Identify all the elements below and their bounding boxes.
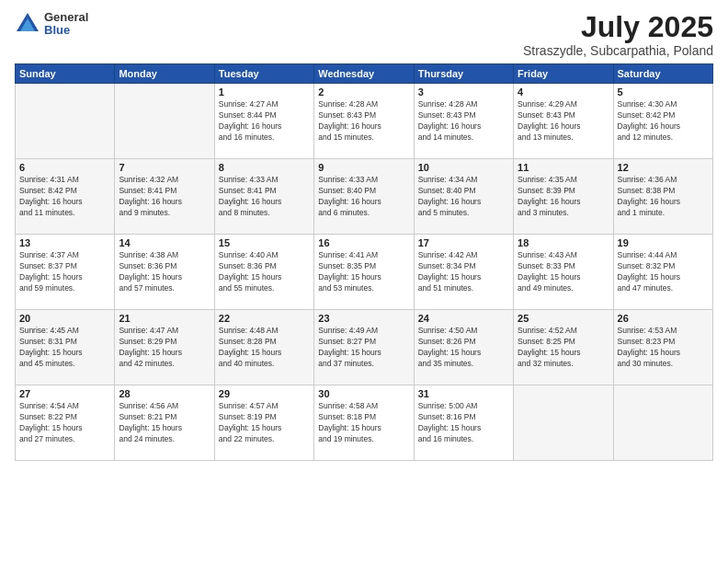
logo-text: General Blue: [44, 11, 88, 38]
day-number: 10: [418, 162, 509, 173]
day-number: 22: [219, 313, 310, 324]
day-info: Sunrise: 4:27 AM Sunset: 8:44 PM Dayligh…: [219, 99, 310, 144]
table-row: 15Sunrise: 4:40 AM Sunset: 8:36 PM Dayli…: [214, 235, 313, 310]
table-row: 18Sunrise: 4:43 AM Sunset: 8:33 PM Dayli…: [514, 235, 613, 310]
day-info: Sunrise: 4:36 AM Sunset: 8:38 PM Dayligh…: [618, 175, 709, 219]
table-row: [16, 84, 115, 159]
day-info: Sunrise: 4:35 AM Sunset: 8:39 PM Dayligh…: [518, 175, 609, 219]
calendar-week-row: 13Sunrise: 4:37 AM Sunset: 8:37 PM Dayli…: [16, 235, 713, 310]
day-info: Sunrise: 4:52 AM Sunset: 8:25 PM Dayligh…: [518, 326, 609, 370]
table-row: 23Sunrise: 4:49 AM Sunset: 8:27 PM Dayli…: [314, 310, 414, 385]
day-info: Sunrise: 4:28 AM Sunset: 8:43 PM Dayligh…: [418, 99, 509, 144]
day-info: Sunrise: 4:57 AM Sunset: 8:19 PM Dayligh…: [219, 401, 310, 445]
table-row: 24Sunrise: 4:50 AM Sunset: 8:26 PM Dayli…: [414, 310, 513, 385]
day-info: Sunrise: 4:49 AM Sunset: 8:27 PM Dayligh…: [318, 326, 409, 370]
day-number: 4: [518, 86, 609, 98]
table-row: 30Sunrise: 4:58 AM Sunset: 8:18 PM Dayli…: [314, 385, 414, 461]
calendar-week-row: 20Sunrise: 4:45 AM Sunset: 8:31 PM Dayli…: [16, 310, 713, 385]
table-row: 11Sunrise: 4:35 AM Sunset: 8:39 PM Dayli…: [514, 159, 613, 235]
header-sunday: Sunday: [16, 64, 115, 84]
table-row: 16Sunrise: 4:41 AM Sunset: 8:35 PM Dayli…: [314, 235, 414, 310]
day-number: 1: [219, 86, 310, 98]
day-info: Sunrise: 4:31 AM Sunset: 8:42 PM Dayligh…: [19, 175, 110, 219]
day-info: Sunrise: 4:48 AM Sunset: 8:28 PM Dayligh…: [219, 326, 310, 370]
day-info: Sunrise: 4:43 AM Sunset: 8:33 PM Dayligh…: [518, 250, 609, 294]
day-info: Sunrise: 4:33 AM Sunset: 8:40 PM Dayligh…: [318, 175, 409, 219]
day-number: 30: [318, 388, 409, 399]
header-thursday: Thursday: [414, 64, 513, 84]
header: General Blue July 2025 Straszydle, Subca…: [15, 11, 713, 58]
header-wednesday: Wednesday: [314, 64, 414, 84]
table-row: 28Sunrise: 4:56 AM Sunset: 8:21 PM Dayli…: [115, 385, 214, 461]
day-number: 3: [418, 86, 509, 98]
logo: General Blue: [15, 11, 88, 38]
day-number: 28: [119, 388, 210, 399]
table-row: 3Sunrise: 4:28 AM Sunset: 8:43 PM Daylig…: [414, 84, 513, 159]
day-number: 16: [318, 237, 409, 248]
day-number: 17: [418, 237, 509, 248]
table-row: 26Sunrise: 4:53 AM Sunset: 8:23 PM Dayli…: [613, 310, 712, 385]
day-number: 9: [318, 162, 409, 173]
header-saturday: Saturday: [613, 64, 712, 84]
day-number: 23: [318, 313, 409, 324]
day-number: 13: [19, 237, 110, 248]
table-row: 19Sunrise: 4:44 AM Sunset: 8:32 PM Dayli…: [613, 235, 712, 310]
table-row: 25Sunrise: 4:52 AM Sunset: 8:25 PM Dayli…: [514, 310, 613, 385]
table-row: [613, 385, 712, 461]
header-tuesday: Tuesday: [214, 64, 313, 84]
table-row: 4Sunrise: 4:29 AM Sunset: 8:43 PM Daylig…: [514, 84, 613, 159]
day-info: Sunrise: 4:30 AM Sunset: 8:42 PM Dayligh…: [618, 99, 709, 144]
table-row: 9Sunrise: 4:33 AM Sunset: 8:40 PM Daylig…: [314, 159, 414, 235]
table-row: 14Sunrise: 4:38 AM Sunset: 8:36 PM Dayli…: [115, 235, 214, 310]
day-info: Sunrise: 4:47 AM Sunset: 8:29 PM Dayligh…: [119, 326, 210, 370]
day-number: 15: [219, 237, 310, 248]
day-number: 29: [219, 388, 310, 399]
table-row: 2Sunrise: 4:28 AM Sunset: 8:43 PM Daylig…: [314, 84, 414, 159]
location-subtitle: Straszydle, Subcarpathia, Poland: [523, 43, 713, 58]
table-row: 6Sunrise: 4:31 AM Sunset: 8:42 PM Daylig…: [16, 159, 115, 235]
day-info: Sunrise: 4:44 AM Sunset: 8:32 PM Dayligh…: [618, 250, 709, 294]
page: General Blue July 2025 Straszydle, Subca…: [0, 0, 728, 563]
day-info: Sunrise: 5:00 AM Sunset: 8:16 PM Dayligh…: [418, 401, 509, 445]
table-row: 31Sunrise: 5:00 AM Sunset: 8:16 PM Dayli…: [414, 385, 513, 461]
day-number: 24: [418, 313, 509, 324]
table-row: 13Sunrise: 4:37 AM Sunset: 8:37 PM Dayli…: [16, 235, 115, 310]
day-info: Sunrise: 4:40 AM Sunset: 8:36 PM Dayligh…: [219, 250, 310, 294]
day-info: Sunrise: 4:33 AM Sunset: 8:41 PM Dayligh…: [219, 175, 310, 219]
table-row: 12Sunrise: 4:36 AM Sunset: 8:38 PM Dayli…: [613, 159, 712, 235]
day-number: 7: [119, 162, 210, 173]
day-info: Sunrise: 4:42 AM Sunset: 8:34 PM Dayligh…: [418, 250, 509, 294]
table-row: 8Sunrise: 4:33 AM Sunset: 8:41 PM Daylig…: [214, 159, 313, 235]
day-number: 18: [518, 237, 609, 248]
day-info: Sunrise: 4:28 AM Sunset: 8:43 PM Dayligh…: [318, 99, 409, 144]
day-info: Sunrise: 4:32 AM Sunset: 8:41 PM Dayligh…: [119, 175, 210, 219]
table-row: 5Sunrise: 4:30 AM Sunset: 8:42 PM Daylig…: [613, 84, 712, 159]
calendar-table: Sunday Monday Tuesday Wednesday Thursday…: [15, 63, 713, 461]
day-number: 2: [318, 86, 409, 98]
calendar-week-row: 27Sunrise: 4:54 AM Sunset: 8:22 PM Dayli…: [16, 385, 713, 461]
day-info: Sunrise: 4:38 AM Sunset: 8:36 PM Dayligh…: [119, 250, 210, 294]
day-number: 25: [518, 313, 609, 324]
header-monday: Monday: [115, 64, 214, 84]
calendar-header-row: Sunday Monday Tuesday Wednesday Thursday…: [16, 64, 713, 84]
day-info: Sunrise: 4:37 AM Sunset: 8:37 PM Dayligh…: [19, 250, 110, 294]
day-number: 8: [219, 162, 310, 173]
header-friday: Friday: [514, 64, 613, 84]
day-info: Sunrise: 4:58 AM Sunset: 8:18 PM Dayligh…: [318, 401, 409, 445]
table-row: 29Sunrise: 4:57 AM Sunset: 8:19 PM Dayli…: [214, 385, 313, 461]
calendar-week-row: 1Sunrise: 4:27 AM Sunset: 8:44 PM Daylig…: [16, 84, 713, 159]
table-row: 10Sunrise: 4:34 AM Sunset: 8:40 PM Dayli…: [414, 159, 513, 235]
day-info: Sunrise: 4:34 AM Sunset: 8:40 PM Dayligh…: [418, 175, 509, 219]
day-info: Sunrise: 4:54 AM Sunset: 8:22 PM Dayligh…: [19, 401, 110, 445]
day-number: 6: [19, 162, 110, 173]
table-row: 20Sunrise: 4:45 AM Sunset: 8:31 PM Dayli…: [16, 310, 115, 385]
logo-icon: [15, 11, 40, 37]
logo-blue: Blue: [44, 24, 88, 37]
logo-general: General: [44, 11, 88, 24]
day-number: 11: [518, 162, 609, 173]
table-row: [115, 84, 214, 159]
day-info: Sunrise: 4:53 AM Sunset: 8:23 PM Dayligh…: [618, 326, 709, 370]
day-number: 20: [19, 313, 110, 324]
day-info: Sunrise: 4:29 AM Sunset: 8:43 PM Dayligh…: [518, 99, 609, 144]
table-row: 7Sunrise: 4:32 AM Sunset: 8:41 PM Daylig…: [115, 159, 214, 235]
